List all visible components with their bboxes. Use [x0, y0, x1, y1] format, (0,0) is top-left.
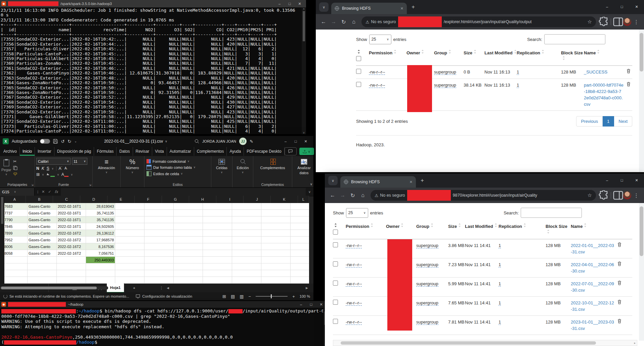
cell[interactable] — [203, 210, 232, 216]
maximize-icon[interactable]: □ — [285, 2, 295, 6]
cell[interactable] — [291, 270, 309, 277]
editing-button[interactable]: Edición ∨ — [234, 158, 252, 174]
column-header[interactable]: Replication — [499, 223, 546, 230]
column-header[interactable]: Replication — [517, 50, 561, 56]
cell[interactable]: 8006 — [3, 243, 28, 250]
ribbon-tab[interactable]: PDFescape Deskto — [244, 147, 284, 156]
scrollbar-thumb[interactable] — [640, 33, 643, 71]
tab-search-icon[interactable]: ∨ — [319, 2, 329, 12]
bookmark-star-icon[interactable]: ☆ — [585, 19, 595, 25]
cell[interactable] — [144, 250, 174, 256]
cell[interactable] — [261, 210, 291, 216]
row-checkbox[interactable] — [356, 69, 361, 74]
cell[interactable] — [174, 257, 203, 263]
cell[interactable] — [3, 263, 28, 270]
back-icon[interactable]: ← — [328, 190, 338, 200]
cell[interactable]: Gases-Canto — [28, 203, 57, 209]
cell[interactable] — [174, 263, 203, 270]
quick-access-chevron-icon[interactable]: ⌄ — [74, 140, 77, 143]
cell[interactable] — [174, 230, 203, 236]
file-link[interactable]: 2022-10-01__2022-12-31.csv — [571, 300, 614, 312]
sort-icon[interactable] — [523, 223, 526, 227]
cell[interactable] — [115, 257, 144, 263]
cell[interactable]: 7790 — [3, 216, 28, 223]
cell[interactable] — [203, 250, 232, 256]
cell[interactable]: 24,502605 — [86, 223, 115, 230]
close-icon[interactable]: ✕ — [301, 139, 311, 144]
cell[interactable] — [291, 237, 309, 243]
trash-icon[interactable] — [617, 300, 621, 304]
cell[interactable] — [144, 203, 174, 209]
cell[interactable] — [144, 216, 174, 223]
side-panel-icon[interactable] — [613, 190, 623, 200]
column-header[interactable]: Last Modified — [484, 50, 517, 56]
select-all-checkbox[interactable] — [356, 56, 361, 61]
row-checkbox[interactable] — [333, 319, 338, 324]
font-size-select[interactable]: 11∨ — [72, 158, 87, 165]
minimize-icon[interactable]: – — [274, 2, 285, 6]
group-value[interactable]: supergroup — [416, 319, 438, 325]
cell[interactable] — [115, 250, 144, 256]
conditional-format-button[interactable]: Formato condicional ∨ — [146, 159, 209, 163]
add-sheet-icon[interactable]: + — [133, 286, 135, 290]
cell[interactable] — [203, 216, 232, 223]
select-all-checkbox[interactable] — [333, 230, 338, 235]
permission-value[interactable]: -rw-r--r-- — [346, 300, 362, 306]
font-color-button[interactable]: A — [61, 172, 69, 177]
column-header[interactable]: C — [53, 196, 80, 203]
replication-value[interactable]: 1 — [499, 319, 501, 325]
sort-icon[interactable] — [458, 223, 461, 227]
cell[interactable] — [203, 237, 232, 243]
cell[interactable]: 35,741135 — [86, 210, 115, 216]
ribbon-tab[interactable]: Fórmulas — [94, 147, 117, 156]
close-icon[interactable]: ✕ — [629, 174, 644, 187]
row-checkbox[interactable] — [333, 242, 338, 247]
column-header[interactable]: L — [298, 196, 309, 203]
cell[interactable] — [57, 263, 86, 270]
column-header[interactable]: Permission — [369, 50, 406, 56]
maximize-icon[interactable]: □ — [291, 139, 301, 144]
sort-icon[interactable] — [421, 50, 424, 54]
cell[interactable] — [86, 277, 115, 283]
ribbon-tab[interactable]: Automatizar — [167, 147, 194, 156]
cell[interactable] — [86, 263, 115, 270]
paste-button[interactable]: Pegar ∨ — [1, 158, 11, 177]
terminal-titlebar[interactable]: ◉ ~/hadoop – □ ✕ — [0, 301, 328, 308]
side-panel-icon[interactable] — [613, 17, 623, 27]
row-checkbox[interactable] — [333, 261, 338, 266]
cell[interactable] — [261, 243, 291, 250]
page-horizontal-scrollbar[interactable]: ▸ — [333, 340, 637, 346]
cell[interactable]: 8058 — [3, 250, 28, 256]
cell[interactable]: 17,968578 — [86, 237, 115, 243]
cell[interactable] — [261, 250, 291, 256]
cell[interactable]: 28,619043 — [86, 203, 115, 209]
column-header[interactable]: Group — [416, 223, 448, 230]
cell[interactable] — [174, 203, 203, 209]
close-icon[interactable]: ✕ — [629, 0, 644, 13]
cell[interactable]: 7899 — [3, 230, 28, 236]
address-bar[interactable]: ⚠No es seguro 9870/explorer.html#/user/j… — [371, 190, 596, 201]
cell[interactable] — [57, 270, 86, 277]
addins-button[interactable]: Complementos — [255, 158, 291, 170]
column-header[interactable]: Permission — [346, 223, 386, 230]
sort-icon[interactable] — [584, 223, 587, 227]
column-header[interactable]: E — [108, 196, 135, 203]
extensions-icon[interactable] — [599, 190, 609, 200]
save-icon[interactable] — [53, 139, 58, 144]
cell[interactable]: 2022-02-16T2 — [57, 237, 86, 243]
cell[interactable] — [115, 216, 144, 223]
insert-function-icon[interactable]: fx — [55, 190, 58, 194]
cell[interactable]: Gases-Canto — [28, 216, 57, 223]
permission-value[interactable]: -rw-r--r-- — [369, 83, 385, 88]
search-input[interactable] — [521, 208, 582, 218]
group-value[interactable]: supergroup — [416, 262, 438, 267]
extensions-icon[interactable] — [599, 17, 609, 27]
minimize-icon[interactable]: – — [600, 174, 614, 187]
file-link[interactable]: 2022-01-01__2022-03-31.csv — [571, 243, 614, 254]
close-icon[interactable]: ✕ — [295, 2, 305, 6]
cell[interactable] — [174, 250, 203, 256]
alignment-button[interactable]: ≡ Alineación ∨ — [94, 158, 119, 174]
column-header[interactable]: Block Size — [546, 223, 571, 236]
cell[interactable] — [115, 230, 144, 236]
column-header[interactable]: D — [80, 196, 108, 203]
